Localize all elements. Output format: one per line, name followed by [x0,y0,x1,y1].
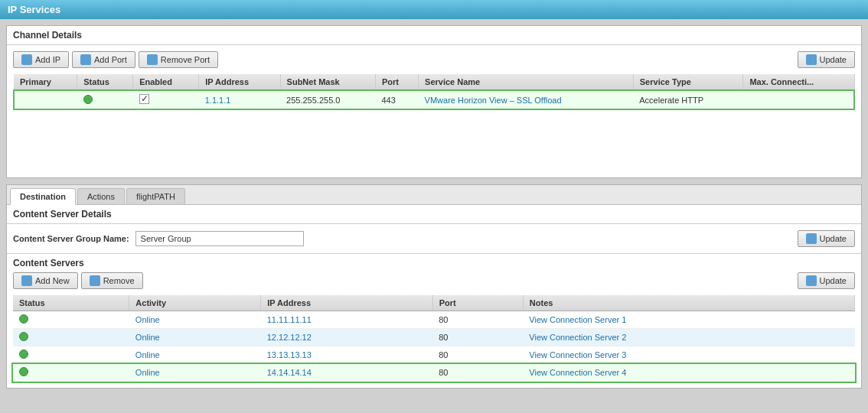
content-server-update-button[interactable]: Update [798,230,855,247]
channel-table: Primary Status Enabled IP Address SubNet… [13,74,855,110]
status-dot [19,367,28,376]
channel-toolbar: Add IP Add Port Remove Port Update [13,51,855,68]
add-new-icon [21,275,32,286]
cell-srv-notes: View Connection Server 3 [523,346,854,364]
server-table-row[interactable]: Online 14.14.14.14 80 View Connection Se… [13,364,855,382]
channel-update-button[interactable]: Update [798,51,855,68]
content-servers-title: Content Servers [13,254,855,272]
cell-srv-activity: Online [129,329,261,346]
status-dot [19,314,28,324]
tab-actions[interactable]: Actions [77,188,125,204]
cell-srv-status [13,311,129,329]
cell-srv-activity: Online [129,346,261,364]
content-server-group-input[interactable] [135,231,304,246]
title-bar: IP Services [0,0,868,19]
channel-table-row[interactable]: 1.1.1.1 255.255.255.0 443 VMware Horizon… [14,90,854,109]
servers-header-row: Status Activity IP Address Port Notes [13,295,855,311]
add-ip-button[interactable]: Add IP [13,51,69,68]
content-server-form-row: Content Server Group Name: Update [7,224,861,253]
remove-port-button[interactable]: Remove Port [139,51,218,68]
bottom-panel: Destination Actions flightPATH Content S… [6,184,862,389]
enabled-checkbox[interactable] [139,94,149,104]
status-dot [83,95,93,104]
cell-srv-notes: View Connection Server 1 [523,311,854,329]
cell-enabled [133,90,199,109]
cell-srv-ip: 14.14.14.14 [261,364,433,382]
cell-srv-notes: View Connection Server 4 [523,364,854,382]
col-srv-port: Port [432,295,523,311]
cell-srv-port: 80 [432,346,523,364]
server-table-row[interactable]: Online 12.12.12.12 80 View Connection Se… [13,329,855,346]
tab-destination[interactable]: Destination [10,188,76,205]
content-server-details-title: Content Server Details [7,205,861,224]
servers-update-button[interactable]: Update [798,272,855,289]
cell-srv-port: 80 [432,329,523,346]
status-dot [19,332,28,341]
cell-primary [14,90,77,109]
content-server-details-section: Content Server Details Content Server Gr… [7,205,861,254]
col-port: Port [375,74,418,90]
cell-max-conn [743,90,854,109]
add-port-icon [80,54,91,65]
cell-srv-ip: 12.12.12.12 [261,329,433,346]
cell-service-type: Accelerate HTTP [633,90,743,109]
cell-ip: 1.1.1.1 [199,90,280,109]
col-primary: Primary [14,74,77,90]
add-new-button[interactable]: Add New [13,272,78,289]
remove-icon [90,275,100,286]
col-srv-status: Status [13,295,129,311]
cell-subnet: 255.255.255.0 [280,90,375,109]
col-srv-ip: IP Address [261,295,433,311]
tab-flightpath[interactable]: flightPATH [126,188,185,204]
cell-srv-port: 80 [432,364,523,382]
remove-button[interactable]: Remove [81,272,143,289]
cell-srv-status [13,329,129,346]
cell-port: 443 [375,90,418,109]
cell-srv-ip: 13.13.13.13 [261,346,433,364]
channel-table-header-row: Primary Status Enabled IP Address SubNet… [14,74,854,90]
cell-srv-notes: View Connection Server 2 [523,329,854,346]
cell-srv-status [13,364,129,382]
server-table-row[interactable]: Online 13.13.13.13 80 View Connection Se… [13,346,855,364]
app-title: IP Services [8,4,60,15]
col-service-name: Service Name [419,74,634,90]
col-status: Status [77,74,133,90]
status-dot [19,350,28,359]
col-ip-address: IP Address [199,74,280,90]
content-servers-toolbar: Add New Remove Update [13,272,855,289]
content-server-group-label: Content Server Group Name: [13,234,129,243]
channel-details-title: Channel Details [7,26,861,45]
cell-status [77,90,133,109]
col-srv-activity: Activity [129,295,261,311]
col-service-type: Service Type [633,74,743,90]
channel-details-panel: Channel Details Add IP Add Port Remove P… [6,25,862,178]
cell-srv-ip: 11.11.11.11 [261,311,433,329]
cell-srv-activity: Online [129,311,261,329]
cell-service-name: VMware Horizon View – SSL Offload [419,90,634,109]
tabs-bar: Destination Actions flightPATH [7,185,861,205]
content-server-update-icon [806,233,817,244]
cell-srv-activity: Online [129,364,261,382]
channel-update-icon [806,54,817,65]
col-srv-notes: Notes [523,295,854,311]
content-servers-section: Content Servers Add New Remove Update [7,254,861,388]
col-max-connections: Max. Connecti... [743,74,854,90]
servers-update-icon [806,275,817,286]
cell-srv-status [13,346,129,364]
remove-port-icon [147,54,158,65]
cell-srv-port: 80 [432,311,523,329]
content-servers-table: Status Activity IP Address Port Notes On… [13,295,855,382]
col-enabled: Enabled [133,74,199,90]
add-port-button[interactable]: Add Port [72,51,135,68]
col-subnet-mask: SubNet Mask [280,74,375,90]
server-table-row[interactable]: Online 11.11.11.11 80 View Connection Se… [13,311,855,329]
add-ip-icon [21,54,32,65]
